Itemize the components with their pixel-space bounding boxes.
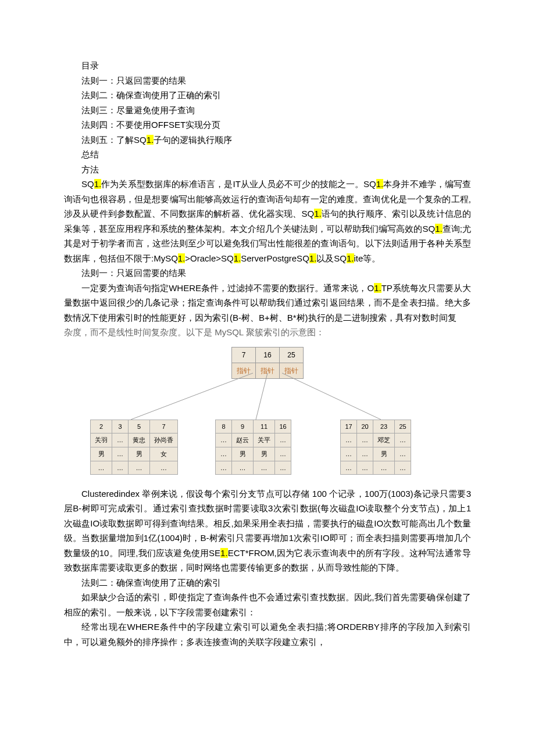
intro-h3: 1. (314, 209, 322, 218)
intro-t7: ServerPostgreSQ (241, 253, 309, 263)
root-key: 7 (232, 347, 256, 363)
cell: 关平 (254, 433, 275, 447)
intro-t1: SQ (81, 179, 94, 189)
document-content: 目录 法则一：只返回需要的结果 法则二：确保查询使用了正确的索引 法则三：尽量避… (64, 58, 471, 649)
cell: 7 (150, 420, 178, 433)
intro-paragraph: SQ1.作为关系型数据库的标准语言，是IT从业人员必不可少的技能之一。SQ1.本… (64, 177, 471, 266)
intro-h1: 1. (94, 179, 102, 189)
cell: … (341, 447, 357, 461)
intro-h8: 1. (347, 253, 354, 263)
intro-t8: 以及SQ (316, 253, 347, 263)
btree-diagram: 7 16 25 指针 指针 指针 2357 关羽…黄忠孙尚香 男…男女 (64, 347, 471, 475)
toc-item-2: 法则二：确保查询使用了正确的索引 (64, 88, 471, 103)
cell: 16 (275, 420, 291, 433)
cell: 男 (254, 447, 275, 461)
cell: … (216, 433, 232, 447)
cell: … (341, 461, 357, 475)
cell: … (357, 433, 373, 447)
cell: … (395, 433, 411, 447)
cell: 男 (232, 447, 254, 461)
intro-h4: 1. (435, 224, 443, 234)
toc-title: 目录 (64, 58, 471, 73)
cell: 9 (232, 420, 254, 433)
cell: 5 (129, 420, 150, 433)
cell: … (216, 461, 232, 475)
cell: 男 (129, 447, 150, 461)
cell: 2 (91, 420, 112, 433)
intro-h5: 1. (178, 253, 186, 263)
toc5-post: 子句的逻辑执行顺序 (154, 135, 232, 145)
cell: … (112, 433, 129, 447)
cell: 23 (373, 420, 395, 433)
toc-item-5: 法则五：了解SQ1.子句的逻辑执行顺序 (64, 132, 471, 148)
cell: 关羽 (91, 433, 112, 447)
cell: … (275, 433, 291, 447)
toc-item-7: 方法 (64, 162, 471, 177)
intro-h7: 1. (309, 253, 317, 263)
cell: 黄忠 (129, 433, 150, 447)
rule2-p1: 如果缺少合适的索引，即使指定了查询条件也不会通过索引查找数据。因此,我们首先需要… (64, 590, 471, 619)
root-key: 25 (280, 347, 304, 363)
cell: 3 (112, 420, 129, 433)
rule1-p1: 一定要为查询语句指定WHERE条件，过滤掉不需要的数据行。通常来说，O1.TP系… (64, 281, 471, 325)
intro-t2: 作为关系型数据库的标准语言，是IT从业人员必不可少的技能之一。SQ (101, 179, 376, 189)
cell: … (112, 461, 129, 475)
cell: 男 (91, 447, 112, 461)
cell: … (91, 461, 112, 475)
cell: … (373, 461, 395, 475)
root-key: 16 (256, 347, 280, 363)
cell: … (357, 447, 373, 461)
cell: 17 (341, 420, 357, 433)
root-ptr: 指针 (280, 363, 304, 378)
cell: 8 (216, 420, 232, 433)
rule1-p2: 杂度，而不是线性时间复杂度。以下是 MySQL 聚簇索引的示意图： (64, 325, 471, 340)
r1p1-t1: 一定要为查询语句指定WHERE条件，过滤掉不需要的数据行。通常来说，O (81, 283, 374, 293)
cell: 赵云 (232, 433, 254, 447)
cell: … (232, 461, 254, 475)
cell: 邓芝 (373, 433, 395, 447)
cell: … (112, 447, 129, 461)
leaf-node-3: 17202325 ……邓芝… ……男… ………… (340, 420, 411, 475)
r1p1-h1: 1. (374, 283, 381, 293)
cell: 孙尚香 (150, 433, 178, 447)
toc5-pre: 法则五：了解SQ (81, 135, 147, 145)
toc-item-3: 法则三：尽量避免使用子查询 (64, 103, 471, 118)
cell: 11 (254, 420, 275, 433)
rule1-header: 法则一：只返回需要的结果 (64, 266, 471, 281)
cell: … (216, 447, 232, 461)
cell: … (254, 461, 275, 475)
toc-item-4: 法则四：不要使用OFFSET实现分页 (64, 117, 471, 132)
leaf-node-1: 2357 关羽…黄忠孙尚香 男…男女 ………… (90, 420, 178, 475)
root-ptr: 指针 (256, 363, 280, 378)
cell: … (275, 447, 291, 461)
svg-line-0 (131, 373, 253, 420)
intro-h2: 1. (376, 179, 384, 189)
cell: … (395, 447, 411, 461)
rule2-header: 法则二：确保查询使用了正确的索引 (64, 575, 471, 590)
svg-line-2 (282, 373, 381, 420)
cell: 25 (395, 420, 411, 433)
cell: … (357, 461, 373, 475)
intro-h6: 1. (234, 253, 241, 263)
leaf-node-2: 891116 …赵云关平… …男男… ………… (215, 420, 291, 475)
svg-line-1 (256, 373, 268, 420)
rule2-p2: 经常出现在WHERE条件中的字段建立索引可以避免全表扫描;将ORDERBY排序的… (64, 619, 471, 649)
cell: 20 (357, 420, 373, 433)
cell: … (341, 433, 357, 447)
toc-item-1: 法则一：只返回需要的结果 (64, 73, 471, 88)
cell: 女 (150, 447, 178, 461)
cell: 男 (373, 447, 395, 461)
intro-t9: ite等。 (354, 253, 381, 263)
root-ptr: 指针 (232, 363, 256, 378)
toc-item-6: 总结 (64, 147, 471, 162)
intro-t6: >Oracle>SQ (185, 253, 233, 263)
cell: … (275, 461, 291, 475)
cell: … (150, 461, 178, 475)
after-diagram-p1: Clusteredindex 举例来说，假设每个索引分支节点可以存储 100 个… (64, 486, 471, 575)
ad-h1: 1. (220, 548, 228, 558)
cell: … (129, 461, 150, 475)
cell: … (395, 461, 411, 475)
toc5-hl: 1. (147, 135, 154, 145)
root-node: 7 16 25 指针 指针 指针 (231, 347, 304, 379)
